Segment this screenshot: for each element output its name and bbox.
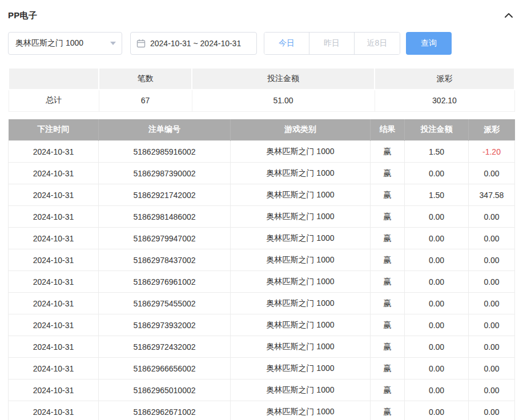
cell-bet-id: 51862979947002	[99, 228, 231, 249]
game-select-value: 奥林匹斯之门 1000	[15, 38, 83, 49]
cell-payout: 0.00	[469, 293, 515, 314]
yesterday-button[interactable]: 昨日	[309, 33, 355, 54]
cell-bet-id: 51862987390002	[99, 163, 231, 184]
cell-game-type: 奥林匹斯之门 1000	[231, 163, 371, 184]
cell-bet-id: 51862962671002	[99, 401, 231, 420]
cell-payout: 0.00	[469, 379, 515, 401]
game-select[interactable]: 奥林匹斯之门 1000	[8, 32, 122, 55]
cell-bet-amount: 0.00	[405, 163, 469, 184]
cell-game-type: 奥林匹斯之门 1000	[231, 228, 371, 249]
cell-result: 赢	[371, 271, 405, 293]
chevron-down-icon	[110, 42, 116, 45]
cell-bet-time: 2024-10-31	[9, 379, 99, 401]
summary-total-count: 67	[99, 90, 192, 111]
cell-payout: 0.00	[469, 206, 515, 228]
header-bet-amount: 投注金额	[405, 119, 469, 141]
table-row: 2024-10-3151862981486002奥林匹斯之门 1000赢0.00…	[9, 206, 515, 228]
cell-bet-amount: 0.00	[405, 379, 469, 401]
cell-bet-time: 2024-10-31	[9, 336, 99, 358]
cell-payout: 0.00	[469, 336, 515, 358]
cell-payout: -1.20	[469, 141, 515, 163]
table-row: 2024-10-3151862973932002奥林匹斯之门 1000赢0.00…	[9, 314, 515, 336]
cell-game-type: 奥林匹斯之门 1000	[231, 184, 371, 206]
cell-payout: 0.00	[469, 401, 515, 420]
search-button[interactable]: 查询	[406, 32, 452, 55]
cell-result: 赢	[371, 379, 405, 401]
summary-total-label: 总计	[9, 90, 99, 111]
cell-bet-amount: 0.00	[405, 293, 469, 314]
header-bet-id: 注单编号	[99, 119, 231, 141]
cell-bet-amount: 0.00	[405, 228, 469, 249]
cell-bet-amount: 0.00	[405, 358, 469, 379]
table-row: 2024-10-3151862979947002奥林匹斯之门 1000赢0.00…	[9, 228, 515, 249]
quick-date-buttons: 今日 昨日 近8日	[264, 32, 400, 55]
table-row: 2024-10-3151862962671002奥林匹斯之门 1000赢0.00…	[9, 401, 515, 420]
cell-game-type: 奥林匹斯之门 1000	[231, 293, 371, 314]
cell-bet-id: 51862973932002	[99, 314, 231, 336]
summary-total-row: 总计 67 51.00 302.10	[9, 90, 514, 111]
cell-bet-id: 51862981486002	[99, 206, 231, 228]
cell-bet-time: 2024-10-31	[9, 228, 99, 249]
header-bet-time: 下注时间	[9, 119, 99, 141]
calendar-icon	[136, 39, 146, 48]
cell-game-type: 奥林匹斯之门 1000	[231, 379, 371, 401]
cell-result: 赢	[371, 228, 405, 249]
cell-bet-time: 2024-10-31	[9, 271, 99, 293]
cell-bet-amount: 1.50	[405, 141, 469, 163]
cell-bet-id: 51862965010002	[99, 379, 231, 401]
date-range-value: 2024-10-31 ~ 2024-10-31	[150, 39, 241, 48]
cell-bet-amount: 0.00	[405, 206, 469, 228]
cell-bet-id: 51862975455002	[99, 293, 231, 314]
cell-payout: 0.00	[469, 314, 515, 336]
summary-table: 笔数 投注金额 派彩 总计 67 51.00 302.10	[8, 67, 515, 112]
header-result: 结果	[371, 119, 405, 141]
cell-bet-time: 2024-10-31	[9, 163, 99, 184]
cell-bet-time: 2024-10-31	[9, 401, 99, 420]
cell-bet-time: 2024-10-31	[9, 141, 99, 163]
summary-total-bet-amount: 51.00	[192, 90, 375, 111]
table-row: 2024-10-3151862972432002奥林匹斯之门 1000赢0.00…	[9, 336, 515, 358]
cell-payout: 347.58	[469, 184, 515, 206]
cell-bet-id: 51862966656002	[99, 358, 231, 379]
summary-total-payout: 302.10	[375, 90, 514, 111]
cell-bet-amount: 0.00	[405, 314, 469, 336]
cell-game-type: 奥林匹斯之门 1000	[231, 206, 371, 228]
cell-game-type: 奥林匹斯之门 1000	[231, 401, 371, 420]
summary-header-count: 笔数	[99, 68, 192, 90]
cell-bet-id: 51862921742002	[99, 184, 231, 206]
last-8-days-button[interactable]: 近8日	[355, 33, 400, 54]
summary-header-row: 笔数 投注金额 派彩	[9, 68, 514, 90]
cell-bet-id: 51862972432002	[99, 336, 231, 358]
cell-game-type: 奥林匹斯之门 1000	[231, 249, 371, 271]
cell-game-type: 奥林匹斯之门 1000	[231, 271, 371, 293]
cell-result: 赢	[371, 206, 405, 228]
table-row: 2024-10-3151862966656002奥林匹斯之门 1000赢0.00…	[9, 358, 515, 379]
cell-payout: 0.00	[469, 228, 515, 249]
bet-records-body: 2024-10-3151862985916002奥林匹斯之门 1000赢1.50…	[9, 141, 515, 420]
cell-result: 赢	[371, 163, 405, 184]
collapse-chevron-icon[interactable]	[502, 9, 515, 22]
cell-result: 赢	[371, 358, 405, 379]
cell-bet-amount: 0.00	[405, 401, 469, 420]
table-row: 2024-10-3151862965010002奥林匹斯之门 1000赢0.00…	[9, 379, 515, 401]
cell-bet-time: 2024-10-31	[9, 358, 99, 379]
cell-game-type: 奥林匹斯之门 1000	[231, 336, 371, 358]
cell-result: 赢	[371, 184, 405, 206]
cell-bet-amount: 1.50	[405, 184, 469, 206]
cell-game-type: 奥林匹斯之门 1000	[231, 358, 371, 379]
cell-bet-id: 51862985916002	[99, 141, 231, 163]
header-game-type: 游戏类别	[231, 119, 371, 141]
cell-bet-id: 51862978437002	[99, 249, 231, 271]
table-row: 2024-10-3151862978437002奥林匹斯之门 1000赢0.00…	[9, 249, 515, 271]
cell-bet-time: 2024-10-31	[9, 249, 99, 271]
date-range-picker[interactable]: 2024-10-31 ~ 2024-10-31	[130, 32, 257, 55]
cell-result: 赢	[371, 401, 405, 420]
cell-bet-amount: 0.00	[405, 271, 469, 293]
page-title: PP电子	[8, 10, 37, 21]
cell-game-type: 奥林匹斯之门 1000	[231, 141, 371, 163]
bet-records-table: 下注时间 注单编号 游戏类别 结果 投注金额 派彩 2024-10-315186…	[8, 119, 515, 420]
cell-payout: 0.00	[469, 249, 515, 271]
table-row: 2024-10-3151862976961002奥林匹斯之门 1000赢0.00…	[9, 271, 515, 293]
pp-electronic-panel: PP电子 奥林匹斯之门 1000 2024-10-31 ~ 2024-10-31…	[0, 0, 523, 420]
today-button[interactable]: 今日	[264, 33, 309, 54]
